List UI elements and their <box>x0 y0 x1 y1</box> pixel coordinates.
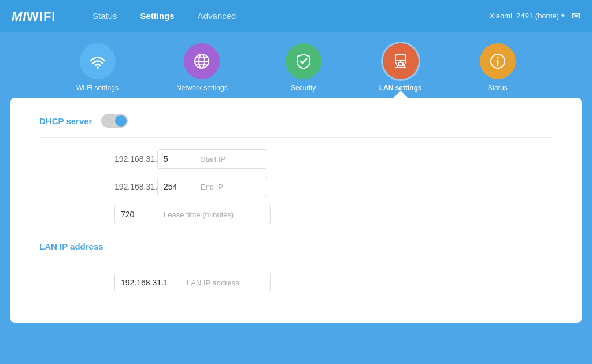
end-ip-placeholder: End IP <box>198 178 267 196</box>
shield-icon-circle <box>286 43 321 79</box>
wifi-settings-label: Wi-Fi settings <box>76 84 119 92</box>
globe-icon-circle <box>184 43 220 79</box>
nav-status[interactable]: Status <box>92 8 117 24</box>
dhcp-toggle[interactable] <box>101 114 128 128</box>
info-icon <box>488 51 508 71</box>
end-ip-input[interactable] <box>158 177 198 196</box>
svg-point-18 <box>497 57 498 59</box>
nav-settings[interactable]: Settings <box>140 8 175 24</box>
start-ip-wrapper: Start IP <box>157 149 267 169</box>
dhcp-section: DHCP server 192.168.31. Start IP 192.168… <box>39 114 553 224</box>
icon-menu: Wi-Fi settings Network settings Security <box>0 32 592 98</box>
sidebar-item-lan[interactable]: LAN settings <box>379 43 422 92</box>
sidebar-item-status[interactable]: Status <box>480 43 516 92</box>
start-ip-row: 192.168.31. Start IP <box>39 149 553 169</box>
svg-line-15 <box>404 61 406 66</box>
lease-row: Lease time (minutes) <box>114 205 553 224</box>
svg-rect-9 <box>398 62 403 66</box>
username-label: Xiaomi_2491 (home) <box>489 12 559 20</box>
logo: MI WIFI <box>12 8 69 24</box>
lan-title: LAN IP address <box>39 242 103 251</box>
top-nav: MI WIFI Status Settings Advanced Xiaomi_… <box>0 0 592 32</box>
svg-point-2 <box>97 66 99 69</box>
lan-ip-placeholder: LAN IP address <box>184 274 270 292</box>
sidebar-item-security[interactable]: Security <box>286 43 321 92</box>
wifi-icon <box>88 51 108 71</box>
globe-icon <box>192 51 212 71</box>
user-menu[interactable]: Xiaomi_2491 (home) ▾ <box>489 12 565 20</box>
sidebar-item-wifi[interactable]: Wi-Fi settings <box>76 43 119 92</box>
mail-icon[interactable]: ✉ <box>572 10 580 23</box>
svg-text:MI: MI <box>12 9 27 24</box>
lan-header: LAN IP address <box>39 242 553 251</box>
network-settings-label: Network settings <box>176 84 228 92</box>
start-ip-input[interactable] <box>158 150 198 168</box>
nav-links: Status Settings Advanced <box>92 8 489 24</box>
wifi-icon-circle <box>80 43 116 79</box>
dhcp-header: DHCP server <box>39 114 553 128</box>
lan-icon <box>390 51 411 72</box>
sidebar-item-network[interactable]: Network settings <box>176 43 228 92</box>
end-ip-wrapper: End IP <box>157 177 267 196</box>
lan-section: LAN IP address LAN IP address <box>39 242 553 292</box>
nav-right: Xiaomi_2491 (home) ▾ ✉ <box>489 10 580 23</box>
lan-divider <box>39 261 553 261</box>
svg-text:WIFI: WIFI <box>27 9 56 24</box>
lan-icon-circle <box>383 43 419 79</box>
status-label: Status <box>488 84 508 92</box>
lan-ip-row: LAN IP address <box>114 273 553 292</box>
end-ip-row: 192.168.31. End IP <box>39 177 553 196</box>
active-indicator <box>393 91 409 99</box>
lease-placeholder: Lease time (minutes) <box>161 206 270 224</box>
start-ip-placeholder: Start IP <box>198 150 267 168</box>
security-label: Security <box>291 84 316 92</box>
svg-rect-8 <box>395 55 406 61</box>
start-ip-prefix: 192.168.31. <box>114 154 157 164</box>
info-icon-circle <box>480 43 516 79</box>
chevron-down-icon: ▾ <box>561 12 565 20</box>
nav-advanced[interactable]: Advanced <box>198 8 236 24</box>
dhcp-title: DHCP server <box>39 116 92 126</box>
lease-input[interactable] <box>115 205 161 224</box>
dhcp-divider <box>39 137 553 138</box>
main-content: DHCP server 192.168.31. Start IP 192.168… <box>10 98 582 323</box>
svg-line-14 <box>395 61 397 66</box>
shield-icon <box>294 51 313 71</box>
end-ip-prefix: 192.168.31. <box>114 182 157 191</box>
lan-input-wrapper: LAN IP address <box>114 273 271 292</box>
lease-wrapper: Lease time (minutes) <box>114 205 271 224</box>
lan-ip-input[interactable] <box>115 273 184 292</box>
